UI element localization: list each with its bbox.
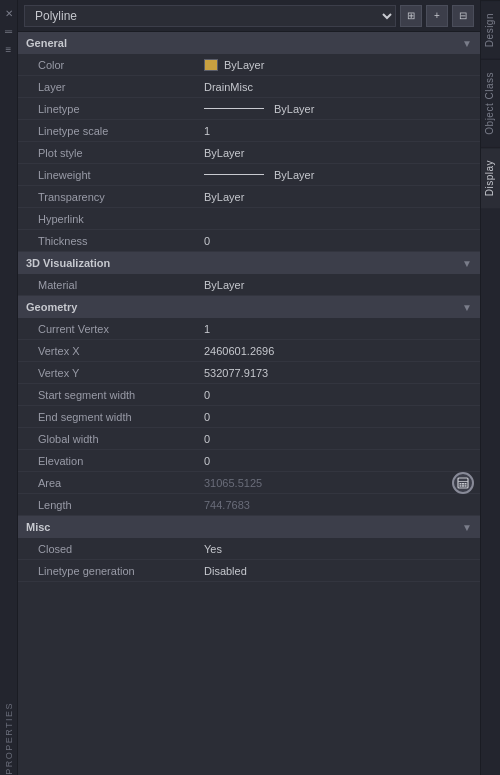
prop-name-thickness: Thickness xyxy=(18,235,198,247)
prop-row-start-seg-width: Start segment width 0 xyxy=(18,384,480,406)
toggle-btn-3[interactable]: ⊟ xyxy=(452,5,474,27)
prop-name-lineweight: Lineweight xyxy=(18,169,198,181)
calc-area-button[interactable] xyxy=(452,472,474,494)
close-icon[interactable]: ✕ xyxy=(2,6,16,20)
lineweight-text: ByLayer xyxy=(274,169,314,181)
prop-name-global-width: Global width xyxy=(18,433,198,445)
prop-name-transparency: Transparency xyxy=(18,191,198,203)
current-vertex-text: 1 xyxy=(204,323,210,335)
main-panel: Polyline ⊞ + ⊟ General ▼ Color ByLayer L… xyxy=(18,0,480,775)
prop-value-vertex-y[interactable]: 532077.9173 xyxy=(198,367,480,379)
prop-row-closed: Closed Yes xyxy=(18,538,480,560)
prop-row-linetype: Linetype ByLayer xyxy=(18,98,480,120)
svg-rect-4 xyxy=(465,483,467,485)
prop-name-current-vertex: Current Vertex xyxy=(18,323,198,335)
prop-row-plot-style: Plot style ByLayer xyxy=(18,142,480,164)
prop-row-global-width: Global width 0 xyxy=(18,428,480,450)
section-3d-viz[interactable]: 3D Visualization ▼ xyxy=(18,252,480,274)
prop-value-closed[interactable]: Yes xyxy=(198,543,480,555)
prop-row-area: Area 31065.5125 xyxy=(18,472,480,494)
closed-text: Yes xyxy=(204,543,222,555)
panel-label: PROPERTIES xyxy=(4,690,14,775)
prop-row-thickness: Thickness 0 xyxy=(18,230,480,252)
lineweight-indicator xyxy=(204,174,264,175)
prop-row-length: Length 744.7683 xyxy=(18,494,480,516)
svg-rect-7 xyxy=(465,485,467,487)
prop-row-current-vertex: Current Vertex 1 xyxy=(18,318,480,340)
section-general-arrow: ▼ xyxy=(462,38,472,49)
transparency-text: ByLayer xyxy=(204,191,244,203)
vertex-x-text: 2460601.2696 xyxy=(204,345,274,357)
prop-value-area: 31065.5125 xyxy=(198,472,480,494)
prop-value-linetype[interactable]: ByLayer xyxy=(198,103,480,115)
linetype-value-text: ByLayer xyxy=(274,103,314,115)
prop-name-hyperlink: Hyperlink xyxy=(18,213,198,225)
prop-value-length[interactable]: 744.7683 xyxy=(198,499,480,511)
prop-value-linetype-gen[interactable]: Disabled xyxy=(198,565,480,577)
toggle-btn-2[interactable]: + xyxy=(426,5,448,27)
pin-icon[interactable]: ═ xyxy=(2,24,16,38)
prop-name-area: Area xyxy=(18,477,198,489)
section-general[interactable]: General ▼ xyxy=(18,32,480,54)
right-sidebar: Design Object Class Display xyxy=(480,0,500,775)
prop-name-linetype-gen: Linetype generation xyxy=(18,565,198,577)
prop-name-linetype: Linetype xyxy=(18,103,198,115)
prop-name-layer: Layer xyxy=(18,81,198,93)
svg-rect-2 xyxy=(460,483,462,485)
length-text: 744.7683 xyxy=(204,499,250,511)
prop-value-lineweight[interactable]: ByLayer xyxy=(198,169,480,181)
prop-value-thickness[interactable]: 0 xyxy=(198,235,480,247)
prop-name-end-seg-width: End segment width xyxy=(18,411,198,423)
prop-value-elevation[interactable]: 0 xyxy=(198,455,480,467)
prop-name-linetype-scale: Linetype scale xyxy=(18,125,198,137)
section-3d-viz-label: 3D Visualization xyxy=(26,257,110,269)
tab-object-class[interactable]: Object Class xyxy=(481,59,500,147)
properties-content: General ▼ Color ByLayer Layer DrainMisc … xyxy=(18,32,480,775)
prop-value-plot-style[interactable]: ByLayer xyxy=(198,147,480,159)
area-text: 31065.5125 xyxy=(204,477,262,489)
toolbar: Polyline ⊞ + ⊟ xyxy=(18,0,480,32)
prop-value-current-vertex[interactable]: 1 xyxy=(198,323,480,335)
prop-value-material[interactable]: ByLayer xyxy=(198,279,480,291)
linetype-scale-text: 1 xyxy=(204,125,210,137)
global-width-text: 0 xyxy=(204,433,210,445)
prop-value-layer[interactable]: DrainMisc xyxy=(198,81,480,93)
prop-value-end-seg-width[interactable]: 0 xyxy=(198,411,480,423)
prop-name-color: Color xyxy=(18,59,198,71)
color-swatch xyxy=(204,59,218,71)
elevation-text: 0 xyxy=(204,455,210,467)
section-geometry-label: Geometry xyxy=(26,301,77,313)
prop-name-vertex-y: Vertex Y xyxy=(18,367,198,379)
prop-name-vertex-x: Vertex X xyxy=(18,345,198,357)
prop-value-start-seg-width[interactable]: 0 xyxy=(198,389,480,401)
calculator-icon xyxy=(457,477,469,489)
prop-name-start-seg-width: Start segment width xyxy=(18,389,198,401)
prop-row-layer: Layer DrainMisc xyxy=(18,76,480,98)
color-value-text: ByLayer xyxy=(224,59,264,71)
menu-icon[interactable]: ≡ xyxy=(2,42,16,56)
prop-row-elevation: Elevation 0 xyxy=(18,450,480,472)
svg-rect-5 xyxy=(460,485,462,487)
prop-value-transparency[interactable]: ByLayer xyxy=(198,191,480,203)
section-misc-label: Misc xyxy=(26,521,50,533)
section-misc-arrow: ▼ xyxy=(462,522,472,533)
layer-value-text: DrainMisc xyxy=(204,81,253,93)
linetype-gen-text: Disabled xyxy=(204,565,247,577)
object-type-dropdown[interactable]: Polyline xyxy=(24,5,396,27)
prop-value-linetype-scale[interactable]: 1 xyxy=(198,125,480,137)
prop-value-color[interactable]: ByLayer xyxy=(198,59,480,71)
linetype-indicator xyxy=(204,108,264,109)
start-seg-width-text: 0 xyxy=(204,389,210,401)
section-geometry[interactable]: Geometry ▼ xyxy=(18,296,480,318)
section-misc[interactable]: Misc ▼ xyxy=(18,516,480,538)
svg-rect-3 xyxy=(462,483,464,485)
prop-value-global-width[interactable]: 0 xyxy=(198,433,480,445)
end-seg-width-text: 0 xyxy=(204,411,210,423)
prop-value-vertex-x[interactable]: 2460601.2696 xyxy=(198,345,480,357)
vertex-y-text: 532077.9173 xyxy=(204,367,268,379)
left-strip: ✕ ═ ≡ PROPERTIES xyxy=(0,0,18,775)
tab-design[interactable]: Design xyxy=(481,0,500,59)
prop-row-linetype-scale: Linetype scale 1 xyxy=(18,120,480,142)
toggle-btn-1[interactable]: ⊞ xyxy=(400,5,422,27)
tab-display[interactable]: Display xyxy=(481,147,500,208)
